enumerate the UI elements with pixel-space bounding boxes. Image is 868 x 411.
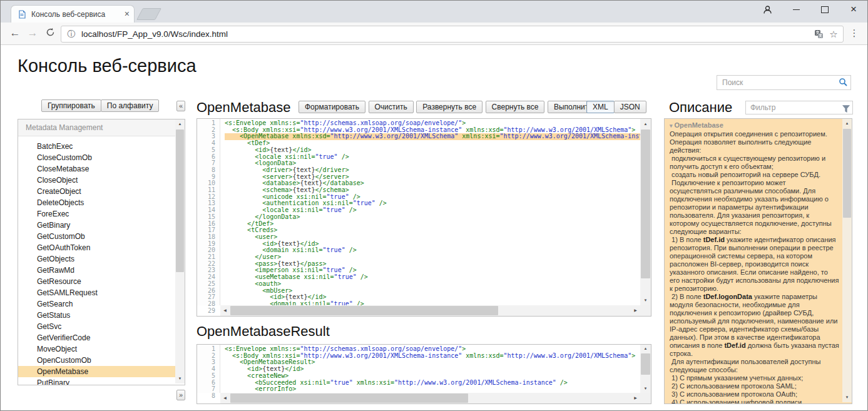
scroll-up-icon[interactable]: ▲	[842, 119, 852, 128]
method-list-item[interactable]: CloseCustomOb	[18, 152, 175, 163]
method-list-item[interactable]: GetSvc	[18, 321, 175, 332]
description-paragraph: 1) С прямым указанием учетных данных;	[670, 374, 839, 382]
group-button[interactable]: Группировать	[41, 99, 101, 112]
window-minimize-button[interactable]	[791, 4, 801, 14]
description-paragraph: подключиться к существующему репозиторию…	[670, 155, 839, 171]
description-scrollbar[interactable]: ▲ ▼	[842, 119, 852, 402]
profile-icon[interactable]	[762, 4, 772, 14]
sidebar-scrollbar[interactable]: ▲ ▼	[175, 119, 185, 383]
method-list-item[interactable]: OpenCustomOb	[18, 355, 175, 366]
scroll-right-icon[interactable]: ▶	[631, 305, 640, 316]
filter-input[interactable]	[749, 102, 839, 113]
method-list-item[interactable]: GetCustomOb	[18, 231, 175, 242]
scroll-down-icon[interactable]: ▼	[640, 385, 651, 393]
expand-all-button[interactable]: Развернуть все	[416, 101, 483, 113]
bookmark-star-icon[interactable]: ☆	[828, 26, 839, 42]
forward-button[interactable]: →	[24, 25, 41, 41]
scroll-thumb[interactable]	[641, 353, 650, 375]
clear-button[interactable]: Очистить	[369, 101, 414, 113]
translate-icon[interactable]	[813, 26, 824, 42]
method-list: BatchExecCloseCustomObCloseMetabaseClose…	[18, 141, 175, 385]
xml-toggle-button[interactable]: XML	[586, 101, 615, 113]
result-editor-hscrollbar[interactable]: ◀ ▶	[220, 393, 640, 403]
line-number: 5	[197, 373, 220, 380]
sidebar-expand-button[interactable]: »	[176, 390, 185, 400]
method-list-item[interactable]: GetRawMd	[18, 265, 175, 276]
search-input[interactable]	[721, 76, 835, 89]
result-editor[interactable]: 12345678 <s:Envelope xmlns:s="http://sch…	[197, 344, 651, 404]
scroll-up-icon[interactable]: ▲	[640, 119, 651, 129]
description-section-header[interactable]: ▾OpenMetabase	[665, 119, 852, 130]
browser-tab[interactable]: Консоль веб-сервиса ×	[11, 5, 135, 23]
code-line: <domain xsi:nil="true" />	[225, 247, 640, 254]
reload-button[interactable]	[42, 25, 58, 42]
list-section-header[interactable]: Metadata Management	[18, 119, 175, 136]
method-listbox: Metadata Management BatchExecCloseCustom…	[18, 119, 185, 385]
page-info-icon[interactable]: ⓘ	[66, 26, 76, 42]
method-list-item[interactable]: MoveObject	[18, 343, 175, 355]
format-button[interactable]: Форматировать	[299, 101, 365, 113]
scroll-thumb[interactable]	[230, 306, 498, 315]
description-box: ▾OpenMetabase Операция открытия соединен…	[664, 118, 852, 404]
scroll-thumb[interactable]	[843, 129, 851, 218]
method-list-item[interactable]: PutBinary	[18, 377, 175, 385]
method-list-item[interactable]: OpenMetabase	[18, 366, 175, 377]
method-list-item[interactable]: BatchExec	[18, 141, 175, 152]
window-maximize-button[interactable]	[820, 4, 830, 14]
back-button[interactable]: ←	[7, 25, 23, 41]
method-list-item[interactable]: GetSearch	[18, 298, 175, 310]
request-editor-hscrollbar[interactable]: ◀ ▶	[220, 305, 640, 316]
method-list-item[interactable]: ForeExec	[18, 208, 175, 220]
address-bar[interactable]: ⓘ localhost/FP_App_v9.0/Wsc/index.html ☆	[61, 26, 844, 43]
line-number: 4	[197, 140, 220, 147]
method-list-item[interactable]: GetResource	[18, 276, 175, 287]
collapse-all-button[interactable]: Свернуть все	[486, 101, 545, 113]
line-number: 3	[197, 133, 220, 140]
tab-strip: Консоль веб-сервиса × ×	[1, 1, 867, 23]
method-list-item[interactable]: DeleteObjects	[18, 197, 175, 208]
alphabet-button[interactable]: По алфавиту	[101, 99, 160, 112]
method-list-item[interactable]: GetObjects	[18, 253, 175, 265]
search-icon[interactable]	[839, 78, 848, 89]
scroll-thumb[interactable]	[641, 129, 650, 278]
method-list-item[interactable]: CloseObject	[18, 175, 175, 186]
page-content: Консоль веб-сервиса ГруппироватьПо алфав…	[1, 45, 867, 410]
line-number: 3	[197, 359, 220, 366]
tab-close-icon[interactable]: ×	[125, 9, 130, 19]
description-title: Описание	[669, 99, 732, 116]
method-list-item[interactable]: GetVerifierCode	[18, 332, 175, 343]
new-tab-button[interactable]	[136, 8, 161, 20]
method-list-item[interactable]: GetBinary	[18, 220, 175, 231]
request-editor-code[interactable]: <s:Envelope xmlns:s="http://schemas.xmls…	[221, 119, 640, 305]
scroll-down-icon[interactable]: ▼	[842, 393, 852, 402]
sidebar-collapse-button[interactable]: «	[176, 101, 185, 111]
method-list-item[interactable]: GetOAuthToken	[18, 242, 175, 253]
request-title: OpenMetabase	[197, 99, 290, 116]
json-toggle-button[interactable]: JSON	[614, 101, 646, 113]
request-editor[interactable]: 1234567891011121314151617181920212223242…	[197, 118, 651, 317]
result-editor-code[interactable]: <s:Envelope xmlns:s="http://schemas.xmls…	[221, 345, 640, 393]
scroll-up-icon[interactable]: ▲	[640, 345, 651, 353]
scroll-left-icon[interactable]: ◀	[220, 393, 230, 403]
browser-window: Консоль веб-сервиса × × ← → ⓘ localhost/…	[0, 0, 868, 411]
scroll-left-icon[interactable]: ◀	[220, 305, 230, 316]
line-number: 5	[197, 147, 220, 154]
method-list-item[interactable]: CreateObject	[18, 186, 175, 197]
browser-menu-icon[interactable]: ⋮	[846, 25, 862, 41]
scroll-right-icon[interactable]: ▶	[631, 393, 640, 403]
code-line: <domain xsi:nil="true" />	[225, 301, 640, 305]
scroll-thumb[interactable]	[176, 129, 184, 272]
result-editor-vscrollbar[interactable]: ▲ ▼	[640, 345, 651, 393]
window-close-button[interactable]: ×	[849, 4, 859, 14]
method-list-item[interactable]: GetSAMLRequest	[18, 287, 175, 298]
request-editor-vscrollbar[interactable]: ▲ ▼	[640, 119, 651, 305]
section-collapse-icon: ▾	[670, 123, 673, 129]
filter-funnel-icon[interactable]	[842, 104, 850, 115]
scroll-down-icon[interactable]: ▼	[640, 295, 651, 305]
result-editor-gutter: 12345678	[197, 345, 220, 393]
method-list-item[interactable]: GetStatus	[18, 310, 175, 321]
scroll-thumb[interactable]	[230, 393, 468, 403]
scroll-up-icon[interactable]: ▲	[175, 119, 185, 129]
method-list-item[interactable]: CloseMetabase	[18, 163, 175, 175]
scroll-down-icon[interactable]: ▼	[175, 374, 185, 383]
